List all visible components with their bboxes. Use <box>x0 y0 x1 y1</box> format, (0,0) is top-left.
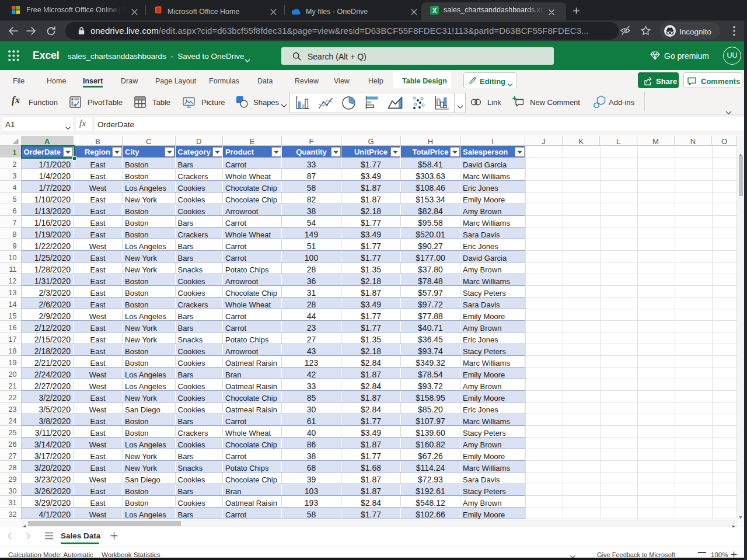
svg-text:X: X <box>432 8 437 14</box>
